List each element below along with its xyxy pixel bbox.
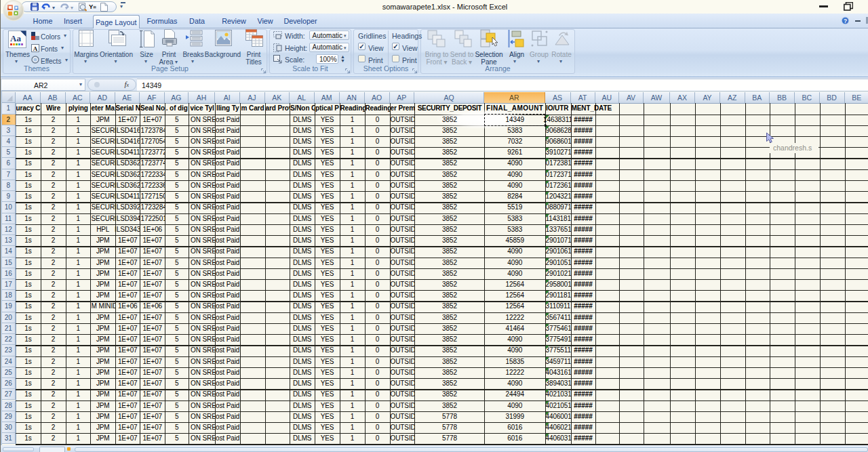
svg-text:A: A — [33, 45, 38, 52]
svg-text:?: ? — [844, 18, 847, 24]
svg-text:Aa: Aa — [10, 33, 21, 43]
